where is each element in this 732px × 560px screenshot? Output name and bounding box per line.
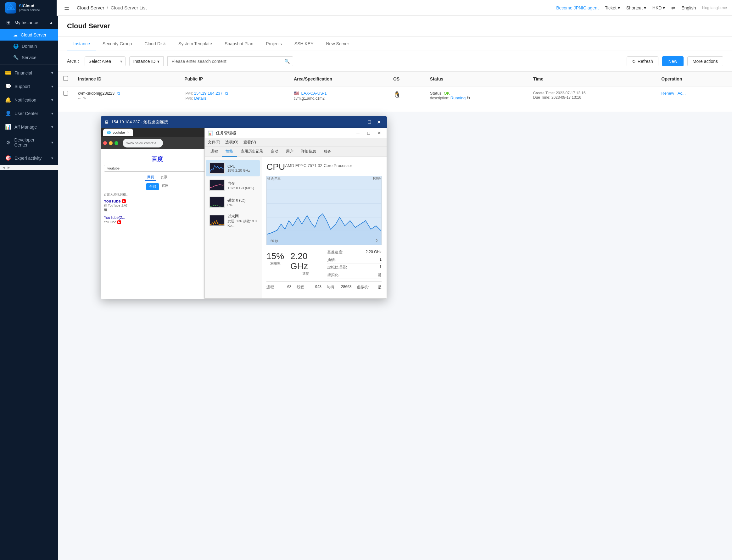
yt-result-2-link[interactable]: YouTube(2... [104,215,125,220]
tab-instance[interactable]: Instance [67,37,96,51]
tm-tab-performance[interactable]: 性能 [222,147,237,157]
rd-minimize-button[interactable]: ─ [355,118,364,126]
browser-url-bar[interactable]: www.baidu.com/s?t... [123,139,163,147]
tm-menu-view[interactable]: 查看(V) [243,140,256,145]
public-ip-cell: IPv4: 154.19.184.237 ⧉ IPv6: Details [179,86,289,105]
sidebar-item-domain[interactable]: 🌐 Domain [0,41,58,52]
currency-menu[interactable]: HKD ▾ [652,5,665,10]
category-all[interactable]: 全部 [146,183,159,190]
tm-tab-processes[interactable]: 进程 [207,147,222,157]
browser-tab-label: youtube [113,130,125,134]
tm-tab-services[interactable]: 服务 [320,147,335,157]
ipv4-copy-icon[interactable]: ⧉ [225,91,228,96]
tm-maximize-button[interactable]: □ [364,129,373,137]
browser-close-dot[interactable] [103,141,107,145]
tm-sidebar-network[interactable]: 以太网 发送: 136 接收: 8.0 Kb... [206,211,260,230]
browser-max-dot[interactable] [114,141,118,145]
browser-search-area: 百度 youtube 网页 资讯 全部 官网 百度为您找到相... YouTub… [104,152,211,230]
search-tab-web[interactable]: 网页 [145,174,156,181]
tab-projects[interactable]: Projects [259,37,288,51]
os-ubuntu-icon: 🐧 [393,91,401,98]
sidebar-item-notification[interactable]: 🔔 Notification ▾ [0,93,58,107]
tm-tab-startup[interactable]: 启动 [267,147,282,157]
tm-menu-options[interactable]: 选项(O) [225,140,238,145]
language-menu[interactable]: English [681,5,696,10]
ticket-menu[interactable]: Ticket ▾ [605,5,620,10]
spec-value: cvm.g1.amd.c1m2 [294,96,383,101]
tab-system-template[interactable]: System Template [172,37,218,51]
sidebar-item-financial[interactable]: 💳 Financial ▾ [0,66,58,80]
sidebar-item-cloud-server[interactable]: ☁ Cloud Server [0,29,58,41]
instance-table: Instance ID Public IP Area/Specification… [58,72,732,105]
sidebar-item-label-support: Support [14,84,30,89]
instance-alias-edit-icon[interactable]: ✎ [83,96,86,101]
search-input[interactable] [168,57,281,66]
scroll-right-arrow[interactable]: ▶ [6,166,11,169]
sidebar-item-support[interactable]: 💬 Support ▾ [0,80,58,93]
browser-tab-close-icon[interactable]: ✕ [127,131,129,134]
tm-menu-file[interactable]: 文件(F) [208,140,220,145]
logo-text: SICloud premier service [19,3,40,12]
tm-tab-app-history[interactable]: 应用历史记录 [237,147,267,157]
translate-icon[interactable]: ⇄ [671,5,675,10]
rd-close-button[interactable]: ✕ [374,118,383,126]
ipv4-row: IPv4: 154.19.184.237 ⧉ [184,91,284,96]
become-agent-link[interactable]: Become JPNIC agent [556,5,599,10]
tm-tab-users[interactable]: 用户 [282,147,297,157]
sidebar-item-service[interactable]: 🔧 Service [0,52,58,63]
instance-id-filter-btn[interactable]: Instance ID ▾ [129,56,164,66]
tm-sidebar-cpu[interactable]: CPU 15% 2.20 GHz [206,160,260,176]
hamburger-menu-icon[interactable]: ☰ [62,4,72,11]
tm-minimize-button[interactable]: ─ [354,129,362,137]
breadcrumb-parent[interactable]: Cloud Server [77,5,104,10]
browser-tab-bar: 🌐 youtube ✕ [101,128,214,137]
tm-sidebar-memory[interactable]: 内存 1.2/2.0 GB (60%) [206,177,260,193]
service-icon: 🔧 [13,55,19,60]
category-official[interactable]: 官网 [162,183,169,190]
ipv6-details-link[interactable]: Details [194,96,207,101]
more-op-button[interactable]: Ac... [678,91,686,96]
area-select-wrapper: Select Area [85,56,125,66]
scroll-left-arrow[interactable]: ◀ [1,166,6,169]
search-tab-news[interactable]: 资讯 [158,174,169,181]
tab-cloud-disk[interactable]: Cloud Disk [138,37,172,51]
browser-min-dot[interactable] [109,141,113,145]
tab-security-group[interactable]: Security Group [96,37,138,51]
select-all-checkbox[interactable] [63,76,68,81]
shortcut-menu[interactable]: Shortcut ▾ [626,5,646,10]
sidebar-scroll[interactable]: ◀ ▶ [0,165,58,170]
tm-close-button[interactable]: ✕ [375,129,384,137]
sidebar-item-my-instance[interactable]: ⊞ My Instance ▲ [0,16,58,29]
ipv4-address[interactable]: 154.19.184.237 [194,91,222,96]
sidebar-item-user-center[interactable]: 👤 User Center ▾ [0,107,58,120]
chart-x-label-right: 0 [376,239,378,243]
support-icon: 💬 [5,83,11,89]
cpu-info: CPU 15% 2.20 GHz [227,164,250,172]
search-icon[interactable]: 🔍 [281,57,293,66]
sidebar-item-experi-activity[interactable]: 🎯 Experi activity ▾ [0,151,58,165]
tab-ssh-key[interactable]: SSH KEY [288,37,320,51]
chevron-up-icon: ▲ [49,20,53,25]
browser-tab[interactable]: 🌐 youtube ✕ [103,129,133,136]
yt-result-1-link[interactable]: YouTube [104,199,121,203]
browser-content: 百度 youtube 网页 资讯 全部 官网 百度为您找到相... YouTub… [101,149,214,289]
row-checkbox[interactable] [63,91,68,96]
rd-maximize-button[interactable]: □ [365,118,374,126]
status-row: Status: OK [430,91,523,96]
area-select[interactable]: Select Area [85,56,125,66]
tab-new-server[interactable]: New Server [320,37,355,51]
tm-sidebar-disk[interactable]: 磁盘 0 (C:) 0% [206,194,260,210]
sidebar-item-developer-center[interactable]: ⚙ Developer Center ▾ [0,134,58,151]
tm-tabs: 进程 性能 应用历史记录 启动 用户 详细信息 服务 [205,147,387,157]
new-button[interactable]: New [662,56,684,66]
search-result-1: YouTube ▶ 在 YouTube 上帧 频。 [104,199,211,212]
renew-button[interactable]: Renew [661,91,674,96]
col-header-operation: Operation [656,72,732,86]
sidebar-item-aff-manage[interactable]: 📊 Aff Manage ▾ [0,120,58,134]
tab-snapshot-plan[interactable]: Snapshot Plan [218,37,259,51]
instance-id-copy-icon[interactable]: ⧉ [117,91,120,96]
browser-search-bar[interactable]: youtube [104,165,211,172]
tm-tab-details[interactable]: 详细信息 [297,147,320,157]
refresh-button[interactable]: ↻ Refresh [627,56,658,66]
more-actions-button[interactable]: More actions [687,56,723,66]
